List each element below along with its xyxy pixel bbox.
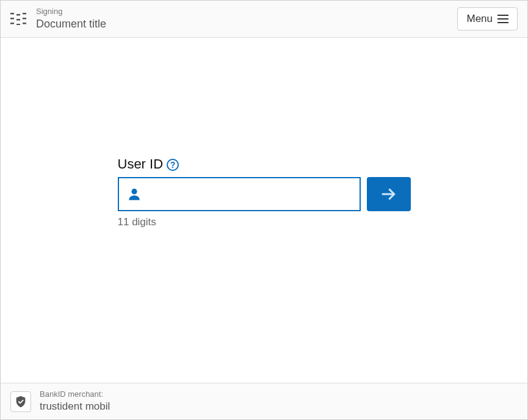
document-title: Document title xyxy=(36,17,106,31)
header-context: Signing xyxy=(36,7,106,17)
app-logo-icon xyxy=(10,12,27,26)
menu-label: Menu xyxy=(466,13,493,25)
merchant-name: trustident mobil xyxy=(40,400,110,413)
footer-bar: BankID merchant: trustident mobil xyxy=(1,383,527,419)
footer-text-block: BankID merchant: trustident mobil xyxy=(40,389,110,413)
hamburger-icon xyxy=(497,15,508,23)
user-id-label: User ID xyxy=(118,156,164,172)
svg-rect-1 xyxy=(16,14,20,16)
main-content: User ID ? 11 digits xyxy=(1,38,527,383)
header-text-block: Signing Document title xyxy=(36,7,106,31)
label-row: User ID ? xyxy=(118,156,411,172)
svg-rect-3 xyxy=(10,18,14,20)
submit-button[interactable] xyxy=(367,177,411,211)
svg-rect-5 xyxy=(23,18,26,20)
svg-rect-4 xyxy=(16,19,20,21)
header-left: Signing Document title xyxy=(10,7,106,31)
arrow-right-icon xyxy=(380,185,398,203)
user-icon xyxy=(126,186,142,202)
input-hint: 11 digits xyxy=(118,216,411,228)
header-bar: Signing Document title Menu xyxy=(1,1,527,38)
svg-rect-8 xyxy=(23,23,26,24)
input-row xyxy=(118,177,411,211)
shield-check-icon xyxy=(14,395,27,408)
svg-rect-7 xyxy=(16,24,20,25)
menu-button[interactable]: Menu xyxy=(457,7,518,31)
user-id-input[interactable] xyxy=(148,178,352,210)
merchant-label: BankID merchant: xyxy=(40,389,110,400)
help-icon[interactable]: ? xyxy=(167,159,179,171)
svg-rect-2 xyxy=(23,13,26,15)
merchant-shield-box xyxy=(10,391,31,412)
svg-rect-0 xyxy=(10,13,14,15)
svg-rect-6 xyxy=(10,23,14,24)
user-id-input-wrapper[interactable] xyxy=(118,177,361,211)
svg-point-9 xyxy=(131,189,137,194)
login-form: User ID ? 11 digits xyxy=(118,156,411,228)
